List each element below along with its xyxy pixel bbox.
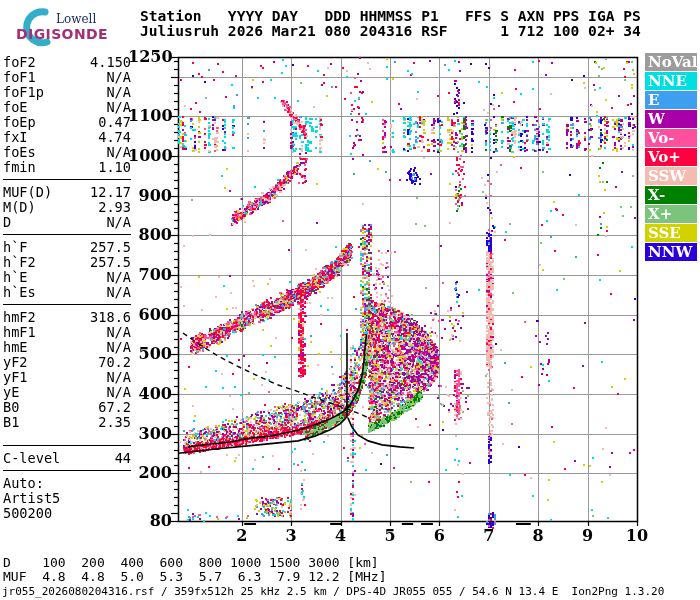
y-tick-label: 300 bbox=[128, 426, 172, 442]
param-label: foEp bbox=[3, 115, 36, 130]
param-row: 500200 bbox=[3, 506, 131, 521]
param-label: fxI bbox=[3, 130, 28, 145]
param-label: C-level bbox=[3, 451, 60, 466]
panel-divider bbox=[3, 445, 131, 446]
header-columns: Station YYYY DAY DDD HHMMSS P1 FFS S AXN… bbox=[140, 8, 641, 23]
param-label: yF1 bbox=[3, 370, 28, 385]
panel-divider bbox=[3, 470, 131, 471]
logo-digisonde-text: DIGISONDE bbox=[16, 26, 108, 42]
param-label: h`Es bbox=[3, 285, 36, 300]
param-row: Artist5 bbox=[3, 491, 131, 506]
panel-divider bbox=[3, 234, 131, 235]
param-label: foE bbox=[3, 100, 28, 115]
param-row: hmF1N/A bbox=[3, 325, 131, 340]
param-row: Auto: bbox=[3, 476, 131, 491]
param-row: foF1N/A bbox=[3, 70, 131, 85]
y-tick-label: 900 bbox=[128, 188, 172, 204]
param-label: MUF(D) bbox=[3, 185, 52, 200]
param-row: h`F257.5 bbox=[3, 240, 131, 255]
param-label: D bbox=[3, 215, 11, 230]
param-value: N/A bbox=[106, 325, 131, 340]
param-row: foEsN/A bbox=[3, 145, 131, 160]
x-tick-label: 5 bbox=[377, 528, 403, 544]
param-label: 500200 bbox=[3, 506, 52, 521]
param-row: M(D)2.93 bbox=[3, 200, 131, 215]
d-row: D 100 200 400 600 800 1000 1500 3000 [km… bbox=[3, 556, 387, 570]
param-label: h`F2 bbox=[3, 255, 36, 270]
param-row: yF1N/A bbox=[3, 370, 131, 385]
param-label: h`F bbox=[3, 240, 28, 255]
y-tick-label: 800 bbox=[128, 227, 172, 243]
param-value: 4.74 bbox=[98, 130, 131, 145]
legend-item-vo: Vo- bbox=[645, 129, 697, 147]
x-tick-label: 10 bbox=[624, 528, 650, 544]
legend-item-nne: NNE bbox=[645, 72, 697, 90]
panel-gap bbox=[3, 430, 131, 441]
param-value: N/A bbox=[106, 285, 131, 300]
legend-item-ssw: SSW bbox=[645, 167, 697, 185]
legend-item-x: X+ bbox=[645, 205, 697, 223]
param-row: foEN/A bbox=[3, 100, 131, 115]
param-row: h`F2257.5 bbox=[3, 255, 131, 270]
param-row: hmF2318.6 bbox=[3, 310, 131, 325]
legend-item-w: W bbox=[645, 110, 697, 128]
param-row: hmEN/A bbox=[3, 340, 131, 355]
param-row: h`EN/A bbox=[3, 270, 131, 285]
param-row: foEp0.47 bbox=[3, 115, 131, 130]
param-label: B0 bbox=[3, 400, 19, 415]
param-value: N/A bbox=[106, 85, 131, 100]
param-label: h`E bbox=[3, 270, 28, 285]
y-tick-label: 200 bbox=[128, 465, 172, 481]
param-row: h`EsN/A bbox=[3, 285, 131, 300]
station-header: Station YYYY DAY DDD HHMMSS P1 FFS S AXN… bbox=[140, 8, 641, 38]
y-tick-label: 80 bbox=[128, 513, 172, 529]
y-tick-label: 600 bbox=[128, 307, 172, 323]
panel-divider bbox=[3, 304, 131, 305]
param-label: hmF1 bbox=[3, 325, 36, 340]
x-tick-label: 6 bbox=[426, 528, 452, 544]
param-value: 257.5 bbox=[90, 240, 131, 255]
legend-item-sse: SSE bbox=[645, 224, 697, 242]
param-value: N/A bbox=[106, 70, 131, 85]
legend-item-noval: NoVal bbox=[645, 53, 697, 71]
panel-divider bbox=[3, 179, 131, 180]
x-tick-label: 8 bbox=[525, 528, 551, 544]
param-value: 1.10 bbox=[98, 160, 131, 175]
header-values: Juliusruh 2026 Mar21 080 204316 RSF 1 71… bbox=[140, 23, 641, 38]
y-tick-label: 1250 bbox=[128, 49, 172, 65]
param-label: foF2 bbox=[3, 55, 36, 70]
y-tick-label: 700 bbox=[128, 267, 172, 283]
param-label: yF2 bbox=[3, 355, 28, 370]
y-tick-label: 500 bbox=[128, 346, 172, 362]
parameter-panel: foF24.150foF1N/AfoF1pN/AfoEN/AfoEp0.47fx… bbox=[3, 55, 131, 521]
param-label: foF1p bbox=[3, 85, 44, 100]
param-value: 44 bbox=[115, 451, 131, 466]
x-tick-label: 7 bbox=[476, 528, 502, 544]
param-value: 2.93 bbox=[98, 200, 131, 215]
param-label: M(D) bbox=[3, 200, 36, 215]
param-value: 0.47 bbox=[98, 115, 131, 130]
param-value: 67.2 bbox=[98, 400, 131, 415]
param-row: B12.35 bbox=[3, 415, 131, 430]
lowell-digisonde-logo: Lowell DIGISONDE bbox=[6, 4, 138, 48]
param-row: foF1pN/A bbox=[3, 85, 131, 100]
legend-item-e: E bbox=[645, 91, 697, 109]
logo-lowell-text: Lowell bbox=[56, 12, 96, 26]
param-value: N/A bbox=[106, 370, 131, 385]
y-tick-label: 1000 bbox=[128, 148, 172, 164]
param-label: fmin bbox=[3, 160, 36, 175]
param-row: B067.2 bbox=[3, 400, 131, 415]
param-row: fmin1.10 bbox=[3, 160, 131, 175]
x-tick-label: 9 bbox=[575, 528, 601, 544]
param-label: Artist5 bbox=[3, 491, 60, 506]
legend-item-nnw: NNW bbox=[645, 243, 697, 261]
param-value: 12.17 bbox=[90, 185, 131, 200]
param-row: yF270.2 bbox=[3, 355, 131, 370]
param-label: B1 bbox=[3, 415, 19, 430]
muf-table: D 100 200 400 600 800 1000 1500 3000 [km… bbox=[3, 556, 387, 584]
x-tick-label: 3 bbox=[278, 528, 304, 544]
param-value: 318.6 bbox=[90, 310, 131, 325]
param-value: 70.2 bbox=[98, 355, 131, 370]
muf-row: MUF 4.8 4.8 5.0 5.3 5.7 6.3 7.9 12.2 [MH… bbox=[3, 570, 387, 584]
param-value: 257.5 bbox=[90, 255, 131, 270]
